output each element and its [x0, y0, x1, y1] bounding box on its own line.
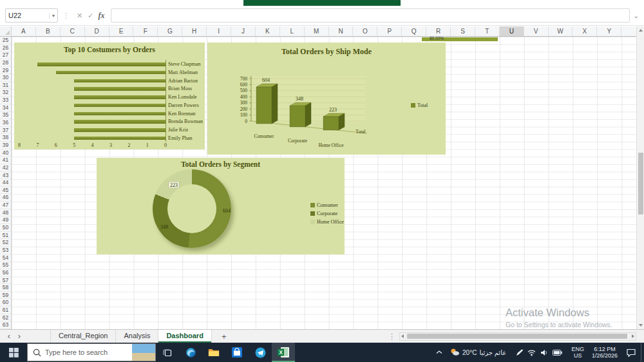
- action-center-icon[interactable]: [621, 348, 641, 357]
- insert-function-icon[interactable]: fx: [96, 11, 107, 21]
- scroll-left-icon[interactable]: [400, 333, 406, 340]
- formula-bar-expand-icon[interactable]: ⌄: [634, 12, 639, 19]
- scroll-up-icon[interactable]: [637, 26, 644, 34]
- row-header-35[interactable]: 35: [0, 111, 11, 119]
- column-header-u[interactable]: U: [500, 26, 524, 36]
- row-header-42[interactable]: 42: [0, 164, 11, 172]
- row-header-60[interactable]: 60: [0, 299, 11, 307]
- row-header-36[interactable]: 36: [0, 119, 11, 127]
- row-header-47[interactable]: 47: [0, 202, 11, 209]
- column-header-g[interactable]: G: [158, 26, 182, 36]
- column-header-k[interactable]: K: [256, 26, 280, 36]
- enter-icon[interactable]: ✓: [85, 12, 96, 20]
- chart-segment-donut[interactable]: Total Orders by Segment 604 348 223 Cons…: [97, 158, 345, 254]
- column-header-t[interactable]: T: [475, 26, 500, 36]
- column-header-n[interactable]: N: [329, 26, 354, 36]
- column-header-m[interactable]: M: [305, 26, 329, 36]
- row-header-51[interactable]: 51: [0, 232, 11, 240]
- row-header-58[interactable]: 58: [0, 284, 11, 292]
- column-header-b[interactable]: B: [36, 26, 61, 36]
- row-header-32[interactable]: 32: [0, 89, 11, 97]
- store-icon[interactable]: [225, 343, 249, 362]
- row-header-48[interactable]: 48: [0, 209, 11, 217]
- cancel-icon[interactable]: ✕: [74, 12, 85, 20]
- row-header-26[interactable]: 26: [0, 44, 11, 52]
- row-header-30[interactable]: 30: [0, 74, 11, 82]
- column-header-i[interactable]: I: [207, 26, 231, 36]
- row-header-52[interactable]: 52: [0, 239, 11, 247]
- row-header-45[interactable]: 45: [0, 187, 11, 195]
- new-sheet-button[interactable]: +: [218, 332, 230, 341]
- column-header-r[interactable]: R: [426, 26, 451, 36]
- scroll-down-icon[interactable]: [637, 321, 644, 329]
- sheet-tab-dashboard[interactable]: Dashboard: [158, 330, 211, 343]
- row-header-38[interactable]: 38: [0, 134, 11, 142]
- row-header-59[interactable]: 59: [0, 292, 11, 300]
- column-header-s[interactable]: S: [451, 26, 475, 36]
- weather-widget[interactable]: 20°C غائم جزئيا: [444, 347, 511, 357]
- language-indicator[interactable]: ENG US: [567, 346, 588, 359]
- battery-icon[interactable]: [553, 350, 562, 356]
- hidden-icons-chevron-icon[interactable]: [434, 350, 444, 355]
- column-header-y[interactable]: Y: [597, 26, 621, 36]
- name-box-dropdown-icon[interactable]: ▾: [49, 13, 55, 19]
- row-header-56[interactable]: 56: [0, 269, 11, 277]
- row-header-31[interactable]: 31: [0, 82, 11, 90]
- wifi-icon[interactable]: [527, 349, 536, 356]
- select-all-corner[interactable]: [0, 26, 12, 37]
- sheet-nav-left-icon[interactable]: ‹: [4, 330, 14, 343]
- column-header-q[interactable]: Q: [402, 26, 426, 36]
- speaker-icon[interactable]: [540, 349, 548, 356]
- row-header-33[interactable]: 33: [0, 97, 11, 104]
- column-header-f[interactable]: F: [133, 26, 158, 36]
- scroll-right-icon[interactable]: [629, 333, 636, 340]
- row-header-46[interactable]: 46: [0, 194, 11, 202]
- row-header-43[interactable]: 43: [0, 172, 11, 180]
- row-header-40[interactable]: 40: [0, 149, 11, 157]
- row-header-49[interactable]: 49: [0, 216, 11, 224]
- row-header-37[interactable]: 37: [0, 127, 11, 135]
- taskbar-clock[interactable]: 6:12 PM 1/26/2026: [588, 346, 621, 359]
- row-header-55[interactable]: 55: [0, 262, 11, 269]
- column-header-p[interactable]: P: [377, 26, 402, 36]
- row-header-44[interactable]: 44: [0, 179, 11, 187]
- sheet-tab-central-region[interactable]: Central_Region: [50, 330, 116, 343]
- column-header-e[interactable]: E: [109, 26, 134, 36]
- row-header-62[interactable]: 62: [0, 314, 11, 322]
- chart-ship-mode[interactable]: Total Orders by Ship Mode 70060050040030…: [207, 43, 446, 155]
- sheet-tab-analysis[interactable]: Analysis: [116, 330, 158, 343]
- row-header-53[interactable]: 53: [0, 247, 11, 254]
- tab-overflow-icon[interactable]: ⋮: [384, 332, 399, 341]
- column-header-d[interactable]: D: [85, 26, 109, 36]
- column-header-h[interactable]: H: [182, 26, 207, 36]
- vertical-scrollbar[interactable]: [636, 26, 644, 329]
- row-header-41[interactable]: 41: [0, 157, 11, 164]
- pen-icon[interactable]: [516, 349, 523, 356]
- row-header-54[interactable]: 54: [0, 254, 11, 262]
- formula-input[interactable]: [111, 8, 630, 23]
- row-header-29[interactable]: 29: [0, 67, 11, 75]
- column-header-v[interactable]: V: [524, 26, 549, 36]
- column-header-j[interactable]: J: [231, 26, 256, 36]
- edge-icon[interactable]: [179, 343, 202, 362]
- excel-icon[interactable]: X: [272, 343, 295, 362]
- column-header-l[interactable]: L: [280, 26, 305, 36]
- file-explorer-icon[interactable]: [202, 343, 225, 362]
- row-header-39[interactable]: 39: [0, 142, 11, 149]
- row-header-63[interactable]: 63: [0, 321, 11, 329]
- name-box[interactable]: U22 ▾: [5, 8, 58, 23]
- task-view-icon[interactable]: [156, 343, 179, 362]
- row-header-27[interactable]: 27: [0, 52, 11, 59]
- row-header-28[interactable]: 28: [0, 59, 11, 67]
- horizontal-scroll-thumb[interactable]: [407, 334, 627, 339]
- row-header-61[interactable]: 61: [0, 307, 11, 314]
- column-header-c[interactable]: C: [61, 26, 85, 36]
- row-header-25[interactable]: 25: [0, 37, 11, 44]
- column-header-w[interactable]: W: [549, 26, 573, 36]
- vertical-scroll-thumb[interactable]: [638, 153, 643, 214]
- column-header-o[interactable]: O: [353, 26, 377, 36]
- start-button[interactable]: [0, 343, 27, 362]
- row-header-50[interactable]: 50: [0, 224, 11, 232]
- row-header-57[interactable]: 57: [0, 277, 11, 285]
- row-header-34[interactable]: 34: [0, 104, 11, 112]
